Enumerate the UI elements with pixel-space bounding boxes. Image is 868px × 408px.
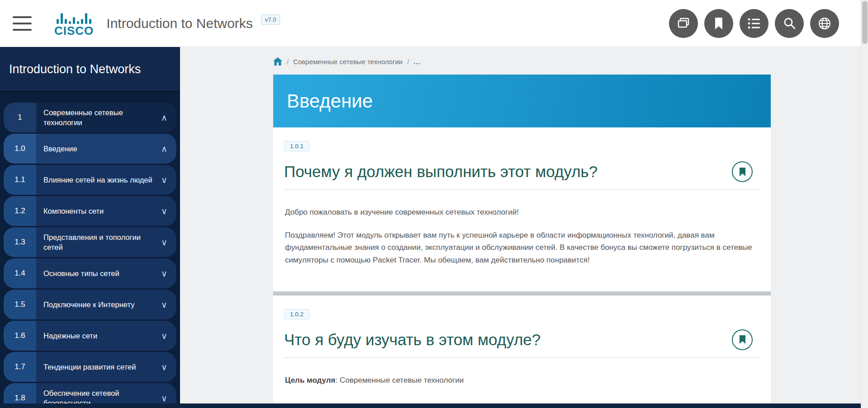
section-number: 1.2 xyxy=(4,196,36,226)
app-window: CISCO Introduction to Networks v7.0 xyxy=(0,0,868,408)
section-label: Тенденции развития сетей xyxy=(36,352,161,382)
sidebar-item-1-7[interactable]: 1.7 Тенденции развития сетей ∨ xyxy=(4,352,176,382)
topic-body-text: Добро пожаловать в изучение современных … xyxy=(284,190,759,287)
banner-title: Введение xyxy=(287,90,373,112)
sidebar-item-1-0[interactable]: 1.0 Введение ∧ xyxy=(4,134,176,164)
topic-title: Что я буду изучать в этом модуле? xyxy=(284,331,541,349)
paragraph: Поздравляем! Этот модуль открывает вам п… xyxy=(285,229,758,266)
breadcrumb-separator: / xyxy=(407,58,409,66)
cisco-logo-bars-icon xyxy=(57,10,91,24)
section-divider-bar xyxy=(273,291,771,295)
module-number: 1 xyxy=(4,103,36,132)
breadcrumb-ellipsis[interactable]: ... xyxy=(413,58,421,66)
topic-body-text: Цель модуля: Современные сетевые техноло… xyxy=(284,358,759,407)
module-label: Современные сетевые технологии xyxy=(36,103,161,132)
version-badge: v7.0 xyxy=(261,14,280,25)
sidebar-item-1-4[interactable]: 1.4 Основные типы сетей ∨ xyxy=(4,258,176,288)
chevron-down-icon[interactable]: ∨ xyxy=(161,321,176,351)
section-number: 1.3 xyxy=(4,227,36,257)
breadcrumb-module[interactable]: Современные сетевые технологии xyxy=(293,58,403,66)
sidebar-item-1-2[interactable]: 1.2 Компоненты сети ∨ xyxy=(4,196,176,226)
hamburger-menu-icon[interactable] xyxy=(13,16,32,31)
chevron-down-icon[interactable]: ∨ xyxy=(161,352,176,382)
goal-label: Цель модуля xyxy=(285,376,336,385)
section-label: Надежные сети xyxy=(36,321,161,351)
breadcrumb: / Современные сетевые технологии / ... xyxy=(273,57,861,66)
chevron-up-icon[interactable]: ∧ xyxy=(161,103,176,132)
chevron-up-icon[interactable]: ∧ xyxy=(161,134,176,164)
bookmark-topic-button[interactable] xyxy=(732,329,753,350)
chevron-down-icon[interactable]: ∨ xyxy=(161,196,176,226)
topic-section-1-0-1: 1.0.1 Почему я должен выполнить этот мод… xyxy=(273,127,771,291)
section-label: Влияние сетей на жизнь людей xyxy=(36,165,161,195)
goal-text: : Современные сетевые технологии xyxy=(336,376,464,385)
chevron-down-icon[interactable]: ∨ xyxy=(161,290,176,319)
windows-icon[interactable] xyxy=(669,9,698,38)
scrollbar-thumb[interactable] xyxy=(862,1,868,44)
course-sidebar: Introduction to Networks 1 Современные с… xyxy=(0,47,180,408)
module-goal-line: Цель модуля: Современные сетевые техноло… xyxy=(285,374,758,386)
chevron-down-icon[interactable]: ∨ xyxy=(161,258,176,288)
topic-title: Почему я должен выполнить этот модуль? xyxy=(284,163,598,181)
bottom-edge-bar xyxy=(0,403,861,408)
section-label: Основные типы сетей xyxy=(36,258,161,288)
topic-number-badge: 1.0.1 xyxy=(284,141,309,151)
sidebar-item-module-1[interactable]: 1 Современные сетевые технологии ∧ xyxy=(4,103,176,132)
topic-section-1-0-2: 1.0.2 Что я буду изучать в этом модуле? … xyxy=(273,295,771,408)
section-number: 1.0 xyxy=(4,134,36,164)
page-scrollbar[interactable] xyxy=(861,0,868,408)
top-header: CISCO Introduction to Networks v7.0 xyxy=(0,0,861,47)
section-label: Введение xyxy=(36,134,161,164)
index-list-icon[interactable] xyxy=(740,9,768,38)
sidebar-item-1-5[interactable]: 1.5 Подключение к Интернету ∨ xyxy=(4,290,176,319)
module-nav-list: 1 Современные сетевые технологии ∧ 1.0 В… xyxy=(0,92,180,408)
header-toolbar xyxy=(669,9,839,38)
section-banner: Введение xyxy=(273,75,771,127)
section-number: 1.7 xyxy=(4,352,36,382)
topic-number-badge: 1.0.2 xyxy=(284,309,309,319)
cisco-logo-text: CISCO xyxy=(54,25,94,37)
section-label: Подключение к Интернету xyxy=(36,290,161,319)
sidebar-item-1-1[interactable]: 1.1 Влияние сетей на жизнь людей ∨ xyxy=(4,165,176,195)
section-number: 1.6 xyxy=(4,321,36,351)
lesson-card: Введение 1.0.1 Почему я должен выполнить… xyxy=(273,75,771,408)
paragraph: Добро пожаловать в изучение современных … xyxy=(285,206,758,218)
home-icon[interactable] xyxy=(273,57,282,66)
bookmark-icon[interactable] xyxy=(704,9,733,38)
main-content-area: / Современные сетевые технологии / ... В… xyxy=(180,47,861,408)
search-icon[interactable] xyxy=(775,9,804,38)
course-title: Introduction to Networks xyxy=(106,16,252,31)
sidebar-item-1-3[interactable]: 1.3 Представления и топологии сетей ∨ xyxy=(4,227,176,257)
section-number: 1.5 xyxy=(4,290,36,319)
section-number: 1.1 xyxy=(4,165,36,195)
chevron-down-icon[interactable]: ∨ xyxy=(161,165,176,195)
chevron-down-icon[interactable]: ∨ xyxy=(161,227,176,257)
breadcrumb-separator: / xyxy=(287,58,289,66)
sidebar-item-1-6[interactable]: 1.6 Надежные сети ∨ xyxy=(4,321,176,351)
sidebar-course-title: Introduction to Networks xyxy=(0,47,180,92)
bookmark-topic-button[interactable] xyxy=(732,161,753,182)
section-number: 1.4 xyxy=(4,258,36,288)
cisco-logo: CISCO xyxy=(54,10,94,37)
section-label: Представления и топологии сетей xyxy=(36,227,161,257)
section-label: Компоненты сети xyxy=(36,196,161,226)
globe-icon[interactable] xyxy=(810,9,839,38)
